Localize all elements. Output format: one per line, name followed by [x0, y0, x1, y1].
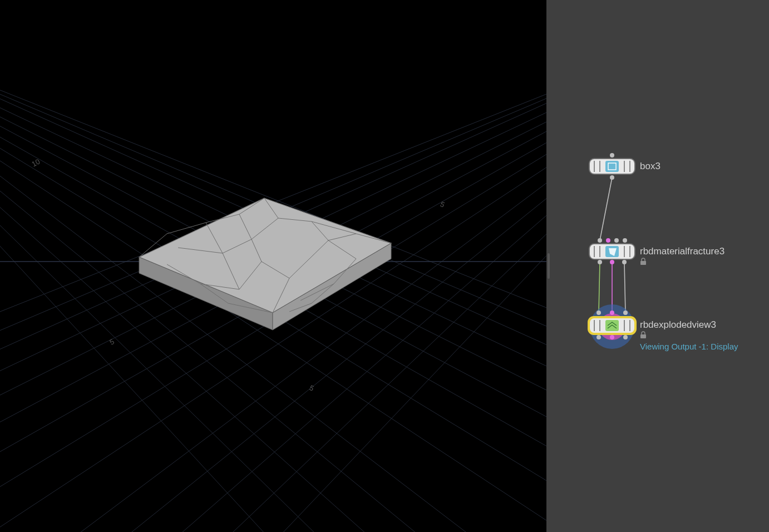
splitter-grip-icon [548, 253, 550, 279]
svg-point-59 [622, 260, 627, 264]
svg-point-74 [610, 335, 614, 339]
svg-point-45 [610, 175, 614, 180]
svg-rect-43 [605, 161, 619, 172]
svg-marker-33 [139, 198, 391, 313]
node-rbdmaterialfracture3-label: rbdmaterialfracture3 [640, 246, 724, 257]
svg-text:5: 5 [108, 337, 115, 347]
lock-icon [640, 332, 646, 338]
svg-point-47 [606, 238, 610, 243]
svg-point-73 [597, 335, 601, 339]
svg-point-58 [610, 260, 614, 264]
svg-text:5: 5 [308, 383, 316, 393]
svg-point-36 [610, 153, 614, 157]
fractured-slab [139, 198, 391, 330]
node-box3[interactable]: box3 [589, 153, 660, 180]
svg-point-57 [598, 260, 602, 264]
node-box3-label: box3 [640, 161, 660, 171]
svg-point-48 [614, 238, 619, 243]
svg-line-6 [0, 142, 546, 532]
svg-rect-72 [605, 320, 619, 331]
node-display-status: Viewing Output -1: Display [640, 342, 738, 351]
svg-text:10: 10 [30, 157, 41, 169]
svg-point-63 [597, 311, 601, 315]
network-view[interactable]: box3 rbdm [551, 0, 769, 532]
svg-point-65 [623, 311, 628, 315]
node-rbdmaterialfracture3[interactable]: rbdmaterialfracture3 [589, 238, 724, 265]
svg-rect-76 [640, 334, 646, 338]
svg-point-64 [610, 311, 614, 315]
svg-line-18 [0, 142, 546, 532]
svg-point-46 [598, 238, 602, 243]
svg-point-49 [623, 238, 627, 243]
node-rbdexplodedview3[interactable]: rbdexplodedview3 Viewing Output -1: Disp… [588, 304, 738, 351]
svg-text:5: 5 [439, 200, 446, 209]
node-rbdexplodedview3-label: rbdexplodedview3 [640, 319, 716, 330]
lock-icon [640, 258, 646, 265]
svg-rect-60 [640, 261, 646, 265]
svg-point-75 [623, 335, 628, 339]
viewport-3d[interactable]: 5 5 5 10 [0, 0, 546, 532]
pane-splitter[interactable] [546, 0, 551, 532]
